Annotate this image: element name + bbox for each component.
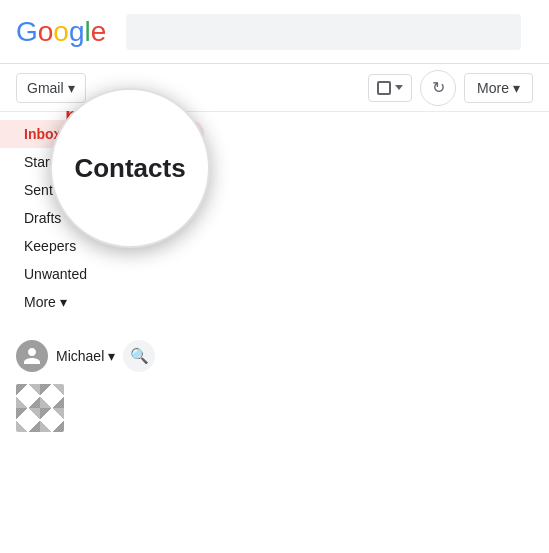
user-name-text: Michael [56,348,104,364]
google-logo: G o o g l e [16,16,106,48]
sidebar-item-more[interactable]: More ▾ [0,288,204,316]
user-section: Michael ▾ 🔍 [0,340,220,432]
logo-e: e [91,16,107,48]
user-name: Michael ▾ [56,348,115,364]
checkbox-chevron-icon [395,85,403,90]
sidebar-item-label: Drafts [24,210,61,226]
logo-g2: g [69,16,85,48]
contacts-popup-label: Contacts [74,153,185,184]
user-search-button[interactable]: 🔍 [123,340,155,372]
refresh-button[interactable]: ↻ [420,70,456,106]
more-label: More [477,80,509,96]
sidebar-more-label: More [24,294,56,310]
search-bar[interactable] [126,14,521,50]
sidebar-item-label: Unwanted [24,266,87,282]
app-window: G o o g l e Gmail ▾ ↻ More ▾ [0,0,549,553]
search-icon: 🔍 [130,347,149,365]
more-button[interactable]: More ▾ [464,73,533,103]
toolbar-actions: ↻ More ▾ [368,70,533,106]
gmail-label: Gmail [27,80,64,96]
gmail-chevron-icon: ▾ [68,80,75,96]
select-checkbox-button[interactable] [368,74,412,102]
logo-o1: o [38,16,54,48]
logo-g: G [16,16,38,48]
sidebar-item-label: Keepers [24,238,76,254]
refresh-icon: ↻ [432,78,445,97]
user-chevron-icon: ▾ [108,348,115,364]
more-chevron-icon: ▾ [513,80,520,96]
header: G o o g l e [0,0,549,64]
checkbox-icon [377,81,391,95]
main-content [220,112,549,553]
user-bar: Michael ▾ 🔍 [16,340,220,372]
sidebar-item-unwanted[interactable]: Unwanted [0,260,204,288]
contacts-popup: Contacts [50,88,210,248]
sidebar-more-chevron-icon: ▾ [60,294,67,310]
gmail-button[interactable]: Gmail ▾ [16,73,86,103]
avatar [16,340,48,372]
contact-thumbnail [16,384,64,432]
logo-o2: o [53,16,69,48]
